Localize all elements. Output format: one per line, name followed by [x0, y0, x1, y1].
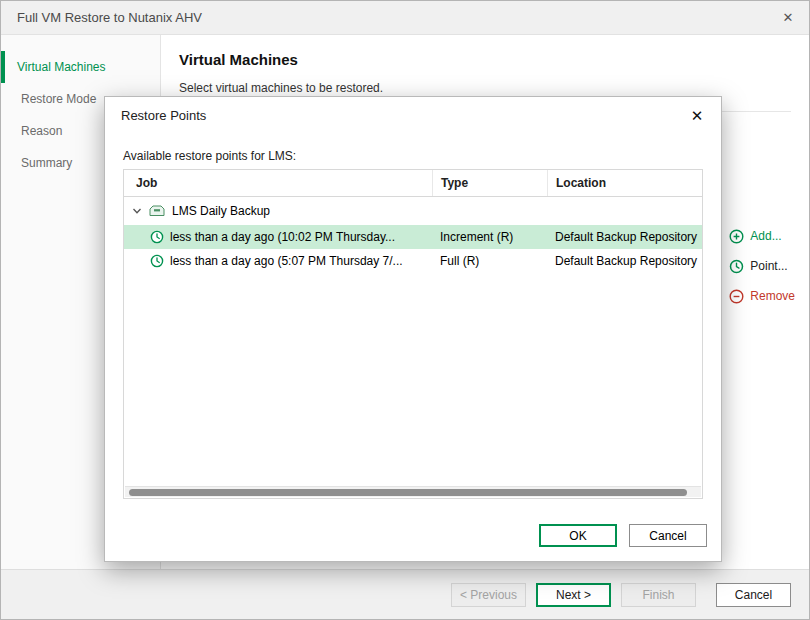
ok-button[interactable]: OK	[539, 524, 617, 547]
backup-job-group-row[interactable]: LMS Daily Backup	[124, 197, 702, 225]
point-button-label: Point...	[750, 259, 787, 273]
restore-points-table: Job Type Location LMS Daily Backup	[123, 169, 703, 499]
restore-point-location: Default Backup Repository	[547, 254, 702, 268]
backup-job-name: LMS Daily Backup	[172, 204, 270, 218]
finish-button[interactable]: Finish	[621, 583, 696, 607]
table-header: Job Type Location	[124, 170, 702, 197]
wizard-window: Full VM Restore to Nutanix AHV ✕ Virtual…	[0, 0, 810, 620]
window-close-button[interactable]: ✕	[767, 1, 809, 34]
title-bar: Full VM Restore to Nutanix AHV ✕	[1, 1, 809, 35]
restore-point-row[interactable]: less than a day ago (5:07 PM Thursday 7/…	[124, 249, 702, 273]
chevron-down-icon[interactable]	[132, 206, 142, 216]
remove-button-label: Remove	[750, 289, 795, 303]
column-header-type[interactable]: Type	[432, 170, 547, 196]
cancel-button[interactable]: Cancel	[716, 583, 791, 607]
add-button-label: Add...	[750, 229, 781, 243]
plus-circle-icon	[729, 229, 744, 244]
vm-list-actions: Add... Point... Remove	[729, 221, 795, 311]
restore-point-location: Default Backup Repository	[547, 230, 702, 244]
restore-point-time: less than a day ago (10:02 PM Thursday..…	[170, 230, 395, 244]
add-button[interactable]: Add...	[729, 221, 795, 251]
restore-point-clock-icon	[150, 230, 164, 244]
point-button[interactable]: Point...	[729, 251, 795, 281]
restore-point-row[interactable]: less than a day ago (10:02 PM Thursday..…	[124, 225, 702, 249]
restore-point-type: Increment (R)	[432, 230, 547, 244]
minus-circle-icon	[729, 289, 744, 304]
column-header-job[interactable]: Job	[124, 170, 432, 196]
next-button[interactable]: Next >	[536, 583, 611, 607]
horizontal-scrollbar[interactable]	[125, 486, 701, 497]
page-title: Virtual Machines	[179, 51, 298, 68]
restore-point-clock-icon	[150, 254, 164, 268]
restore-point-type: Full (R)	[432, 254, 547, 268]
restore-point-time: less than a day ago (5:07 PM Thursday 7/…	[170, 254, 403, 268]
restore-points-dialog: Restore Points ✕ Available restore point…	[104, 96, 722, 562]
restore-points-prompt: Available restore points for LMS:	[123, 149, 296, 163]
dialog-close-button[interactable]: ✕	[685, 104, 709, 128]
restore-point-clock-icon	[729, 259, 744, 274]
dialog-cancel-button[interactable]: Cancel	[629, 524, 707, 547]
scrollbar-thumb[interactable]	[129, 489, 687, 496]
previous-button[interactable]: < Previous	[451, 583, 526, 607]
sidebar-item-virtual-machines[interactable]: Virtual Machines	[1, 51, 160, 83]
remove-button[interactable]: Remove	[729, 281, 795, 311]
wizard-footer: < Previous Next > Finish Cancel	[1, 569, 809, 619]
backup-job-icon	[149, 205, 165, 217]
page-subtitle: Select virtual machines to be restored.	[179, 81, 383, 95]
window-title: Full VM Restore to Nutanix AHV	[1, 1, 809, 34]
dialog-title: Restore Points	[121, 97, 206, 135]
column-header-location[interactable]: Location	[547, 170, 702, 196]
